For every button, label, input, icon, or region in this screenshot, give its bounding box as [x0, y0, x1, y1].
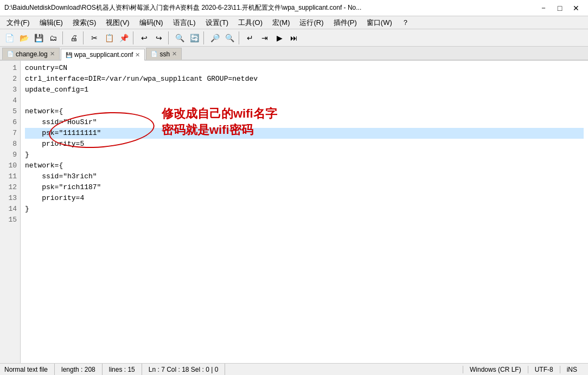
line-num-14: 14 — [0, 204, 17, 215]
tb-open[interactable]: 📂 — [17, 31, 31, 45]
line-num-7: 7 — [0, 128, 17, 139]
editor-container: 123456789101112131415 country=CNctrl_int… — [0, 61, 588, 363]
window-title: D:\BaiduNetdiskDownload\ROS机器人资料\树莓派入门套件… — [4, 3, 536, 12]
tab-close-1[interactable]: ✕ — [135, 51, 140, 59]
line-num-1: 1 — [0, 63, 17, 74]
menu-item-R[interactable]: 运行(R) — [295, 17, 328, 29]
tb-sep1 — [62, 31, 65, 44]
code-line-13: priority=4 — [25, 193, 584, 204]
tab-2[interactable]: 📄ssh✕ — [146, 48, 182, 60]
menu-item-L[interactable]: 语言(L) — [169, 17, 200, 29]
maximize-button[interactable]: □ — [552, 3, 567, 14]
tb-sep3 — [133, 31, 135, 44]
status-lines: lines : 15 — [103, 364, 142, 375]
code-line-15 — [25, 215, 584, 225]
tab-bar: 📄change.log✕💾wpa_supplicant.conf✕📄ssh✕ — [0, 47, 588, 61]
toolbar: 📄 📂 💾 🗂 🖨 ✂ 📋 📌 ↩ ↪ 🔍 🔄 🔎 🔍 ↵ ⇥ ▶ ⏭ — [0, 29, 588, 47]
code-line-1: country=CN — [25, 63, 584, 74]
tb-cut[interactable]: ✂ — [87, 31, 101, 45]
menu-item-P[interactable]: 插件(P) — [329, 17, 361, 29]
line-num-8: 8 — [0, 139, 17, 150]
line-num-2: 2 — [0, 74, 17, 85]
tb-paste[interactable]: 📌 — [117, 31, 131, 45]
window-controls: － □ ✕ — [536, 3, 584, 14]
line-num-11: 11 — [0, 171, 17, 182]
code-line-6: ssid="HouSir" — [25, 117, 584, 128]
tab-icon-0: 📄 — [7, 51, 14, 57]
code-line-12: psk="rich1187" — [25, 182, 584, 193]
tab-1[interactable]: 💾wpa_supplicant.conf✕ — [61, 49, 145, 61]
tab-close-0[interactable]: ✕ — [50, 50, 55, 57]
menu-item-?[interactable]: ？ — [398, 17, 413, 29]
tb-save[interactable]: 💾 — [31, 31, 46, 45]
tb-macro2[interactable]: ⏭ — [287, 31, 301, 45]
tb-sep5 — [203, 31, 206, 44]
tab-label-1: wpa_supplicant.conf — [74, 51, 133, 59]
code-line-10: network={ — [25, 160, 584, 171]
line-num-15: 15 — [0, 215, 17, 225]
line-num-10: 10 — [0, 160, 17, 171]
code-line-3: update_config=1 — [25, 85, 584, 95]
tab-0[interactable]: 📄change.log✕ — [2, 48, 60, 60]
line-numbers: 123456789101112131415 — [0, 61, 21, 363]
status-ins: iNS — [560, 366, 584, 373]
status-right-group: Windows (CR LF) UTF-8 iNS — [463, 366, 584, 373]
tb-undo[interactable]: ↩ — [137, 31, 151, 45]
title-bar: D:\BaiduNetdiskDownload\ROS机器人资料\树莓派入门套件… — [0, 0, 588, 16]
editor-wrapper: 123456789101112131415 country=CNctrl_int… — [0, 61, 588, 363]
menu-item-N[interactable]: 编码(N) — [135, 17, 168, 29]
status-bar: Normal text file length : 208 lines : 15… — [0, 363, 588, 375]
tb-sep6 — [239, 31, 241, 44]
status-lineending: Windows (CR LF) — [463, 366, 528, 373]
status-filetype: Normal text file — [4, 364, 55, 375]
menu-item-F[interactable]: 文件(F) — [2, 17, 34, 29]
tab-icon-2: 📄 — [151, 51, 157, 57]
status-length: length : 208 — [55, 364, 103, 375]
tb-macro1[interactable]: ▶ — [272, 31, 286, 45]
code-line-7: psk="11111111" — [25, 128, 584, 139]
editor[interactable]: 123456789101112131415 country=CNctrl_int… — [0, 61, 588, 363]
menu-bar: 文件(F)编辑(E)搜索(S)视图(V)编码(N)语言(L)设置(T)工具(O)… — [0, 16, 588, 29]
code-line-11: ssid="h3rich" — [25, 171, 584, 182]
tab-close-2[interactable]: ✕ — [172, 50, 177, 57]
close-button[interactable]: ✕ — [568, 3, 584, 14]
tb-find[interactable]: 🔍 — [172, 31, 187, 45]
status-encoding: UTF-8 — [528, 366, 560, 373]
line-num-13: 13 — [0, 193, 17, 204]
tb-redo[interactable]: ↪ — [152, 31, 166, 45]
tb-sep2 — [83, 31, 85, 44]
line-num-12: 12 — [0, 182, 17, 193]
line-num-3: 3 — [0, 85, 17, 95]
menu-item-T[interactable]: 设置(T) — [201, 17, 233, 29]
tb-indent[interactable]: ⇥ — [258, 31, 272, 45]
code-line-14: } — [25, 204, 584, 215]
tb-wrap[interactable]: ↵ — [243, 31, 257, 45]
line-num-9: 9 — [0, 150, 17, 160]
tb-new[interactable]: 📄 — [2, 31, 16, 45]
tb-zoomout[interactable]: 🔍 — [222, 31, 237, 45]
code-line-5: network={ — [25, 106, 584, 117]
status-position: Ln : 7 Col : 18 Sel : 0 | 0 — [142, 364, 226, 375]
menu-item-O[interactable]: 工具(O) — [234, 17, 267, 29]
tb-zoomin[interactable]: 🔎 — [208, 31, 222, 45]
minimize-button[interactable]: － — [536, 3, 551, 14]
menu-item-W[interactable]: 窗口(W) — [362, 17, 397, 29]
tab-label-2: ssh — [159, 50, 170, 58]
tab-icon-1: 💾 — [66, 52, 72, 58]
tb-replace[interactable]: 🔄 — [187, 31, 201, 45]
code-area[interactable]: country=CNctrl_interface=DIR=/var/run/wp… — [21, 61, 588, 363]
code-line-4 — [25, 95, 584, 106]
tb-saveall[interactable]: 🗂 — [46, 31, 60, 45]
menu-item-E[interactable]: 编辑(E) — [35, 17, 67, 29]
menu-item-S[interactable]: 搜索(S) — [68, 17, 100, 29]
tb-print[interactable]: 🖨 — [67, 31, 81, 45]
tb-sep4 — [168, 31, 170, 44]
code-line-9: } — [25, 150, 584, 160]
tab-label-0: change.log — [16, 50, 48, 58]
line-num-4: 4 — [0, 95, 17, 106]
line-num-6: 6 — [0, 117, 17, 128]
menu-item-V[interactable]: 视图(V) — [101, 17, 133, 29]
tb-copy[interactable]: 📋 — [102, 31, 116, 45]
menu-item-M[interactable]: 宏(M) — [268, 17, 295, 29]
line-num-5: 5 — [0, 106, 17, 117]
